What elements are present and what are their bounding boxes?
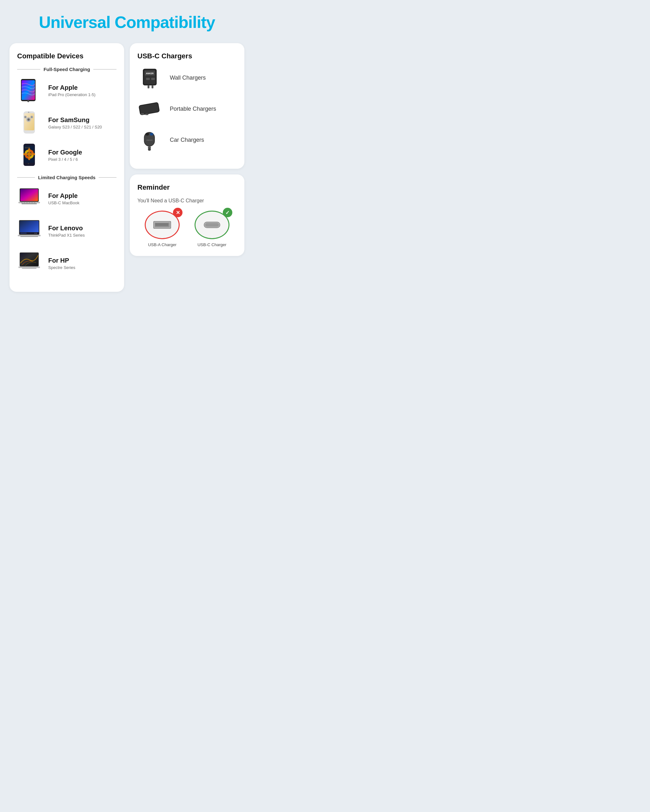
svg-rect-1 bbox=[21, 80, 35, 100]
svg-rect-54 bbox=[146, 78, 150, 80]
macbook-name: For Apple bbox=[48, 192, 80, 200]
car-charger-icon: ANKER bbox=[138, 129, 163, 151]
svg-point-68 bbox=[148, 148, 151, 151]
wall-charger-icon: ANKER bbox=[138, 67, 163, 89]
svg-text:2:30: 2:30 bbox=[34, 232, 37, 234]
car-charger-image: ANKER bbox=[138, 129, 163, 151]
usbc-chargers-title: USB-C Chargers bbox=[138, 52, 237, 60]
svg-text:ANKER: ANKER bbox=[146, 139, 153, 141]
compatible-devices-card: Compatible Devices Full-Speed Charging bbox=[9, 43, 124, 292]
macbook-image bbox=[17, 186, 43, 211]
svg-point-6 bbox=[29, 112, 30, 113]
hp-icon bbox=[17, 250, 43, 276]
svg-point-28 bbox=[28, 163, 29, 164]
reminder-card: Reminder You'll Need a USB-C Charger ✕ bbox=[130, 174, 245, 256]
samsung-info: For SamSung Galaxy S23 / S22 / S21 / S20 bbox=[48, 116, 102, 130]
usba-option: ✕ USB-A Charger bbox=[145, 211, 180, 247]
usba-icon bbox=[152, 219, 172, 230]
svg-rect-38 bbox=[34, 202, 35, 203]
limited-divider-line-right bbox=[99, 177, 116, 178]
samsung-name: For SamSung bbox=[48, 116, 102, 124]
wall-charger-image: ANKER bbox=[138, 67, 163, 89]
usbc-label: USB-C Charger bbox=[197, 242, 226, 247]
hp-sub: Spectre Series bbox=[48, 265, 75, 270]
device-macbook: For Apple USB-C MacBook bbox=[17, 186, 116, 211]
usbc-circle: ✓ bbox=[194, 211, 229, 239]
device-hp: For HP Spectre Series bbox=[17, 250, 116, 276]
hp-image bbox=[17, 250, 43, 276]
usba-label: USB-A Charger bbox=[148, 242, 176, 247]
hp-name: For HP bbox=[48, 257, 75, 264]
svg-point-5 bbox=[28, 111, 29, 113]
macbook-sub: USB-C MacBook bbox=[48, 200, 80, 205]
usbc-badge: ✓ bbox=[223, 208, 232, 217]
ipad-sub: iPad Pro (Generation 1-5) bbox=[48, 92, 96, 97]
lenovo-sub: ThinkPad X1 Series bbox=[48, 233, 85, 238]
lenovo-image: 2:30 bbox=[17, 218, 43, 244]
ipad-info: For Apple iPad Pro (Generation 1-5) bbox=[48, 84, 96, 97]
usbc-chargers-card: USB-C Chargers ANKER bbox=[130, 43, 245, 169]
google-name: For Google bbox=[48, 149, 82, 156]
portable-charger-image bbox=[138, 98, 163, 120]
svg-rect-44 bbox=[18, 235, 41, 236]
google-icon bbox=[17, 142, 43, 168]
charger-portable: Portable Chargers bbox=[138, 98, 237, 120]
svg-point-2 bbox=[27, 100, 29, 102]
portable-charger-icon bbox=[138, 98, 163, 120]
svg-rect-49 bbox=[22, 268, 37, 269]
svg-rect-40 bbox=[20, 221, 39, 234]
charger-compare: ✕ USB-A Charger bbox=[138, 211, 237, 247]
page-title: Universal Compatibility bbox=[39, 13, 215, 32]
car-charger-label: Car Chargers bbox=[170, 137, 204, 143]
google-image bbox=[17, 142, 43, 168]
svg-point-25 bbox=[27, 152, 31, 156]
svg-rect-60 bbox=[141, 113, 144, 115]
main-grid: Compatible Devices Full-Speed Charging bbox=[9, 43, 245, 292]
samsung-icon bbox=[17, 110, 43, 136]
svg-rect-42 bbox=[20, 233, 27, 234]
svg-rect-73 bbox=[155, 225, 168, 226]
svg-rect-76 bbox=[205, 223, 219, 227]
reminder-subtitle: You'll Need a USB-C Charger bbox=[138, 198, 237, 204]
reminder-title: Reminder bbox=[138, 183, 237, 192]
svg-rect-48 bbox=[18, 266, 40, 268]
lenovo-name: For Lenovo bbox=[48, 224, 85, 232]
full-speed-label: Full-Speed Charging bbox=[43, 67, 90, 72]
macbook-info: For Apple USB-C MacBook bbox=[48, 192, 80, 205]
svg-rect-61 bbox=[145, 114, 148, 115]
svg-rect-32 bbox=[21, 203, 37, 204]
usba-badge: ✕ bbox=[173, 208, 182, 217]
svg-point-64 bbox=[145, 133, 149, 136]
svg-rect-35 bbox=[26, 202, 28, 203]
full-speed-divider: Full-Speed Charging bbox=[17, 67, 116, 72]
google-sub: Pixel 3 / 4 / 5 / 6 bbox=[48, 157, 82, 162]
svg-rect-33 bbox=[21, 202, 23, 203]
ipad-image bbox=[17, 78, 43, 103]
svg-text:ANKER: ANKER bbox=[146, 72, 154, 75]
ipad-icon bbox=[17, 78, 43, 103]
svg-point-11 bbox=[31, 116, 33, 118]
svg-rect-30 bbox=[20, 189, 38, 201]
limited-divider-line-left bbox=[17, 177, 35, 178]
device-ipad: For Apple iPad Pro (Generation 1-5) bbox=[17, 78, 116, 103]
svg-rect-55 bbox=[151, 78, 154, 80]
svg-point-9 bbox=[28, 119, 29, 121]
right-column: USB-C Chargers ANKER bbox=[130, 43, 245, 292]
svg-rect-56 bbox=[148, 85, 150, 88]
svg-point-13 bbox=[25, 116, 26, 118]
svg-point-27 bbox=[29, 147, 30, 148]
device-samsung: For SamSung Galaxy S23 / S22 / S21 / S20 bbox=[17, 110, 116, 136]
charger-car: ANKER Car Chargers bbox=[138, 129, 237, 151]
svg-point-65 bbox=[150, 133, 153, 136]
lenovo-info: For Lenovo ThinkPad X1 Series bbox=[48, 224, 85, 238]
device-lenovo: 2:30 For Lenovo ThinkPad X1 Series bbox=[17, 218, 116, 244]
google-info: For Google Pixel 3 / 4 / 5 / 6 bbox=[48, 149, 82, 162]
wall-charger-label: Wall Chargers bbox=[170, 75, 206, 81]
hp-info: For HP Spectre Series bbox=[48, 257, 75, 270]
svg-rect-59 bbox=[139, 103, 159, 114]
ipad-name: For Apple bbox=[48, 84, 96, 92]
usbc-option: ✓ USB-C Charger bbox=[194, 211, 229, 247]
lenovo-icon: 2:30 bbox=[17, 218, 43, 244]
limited-speed-divider: Limited Charging Speeds bbox=[17, 175, 116, 180]
divider-line-right bbox=[93, 69, 116, 70]
